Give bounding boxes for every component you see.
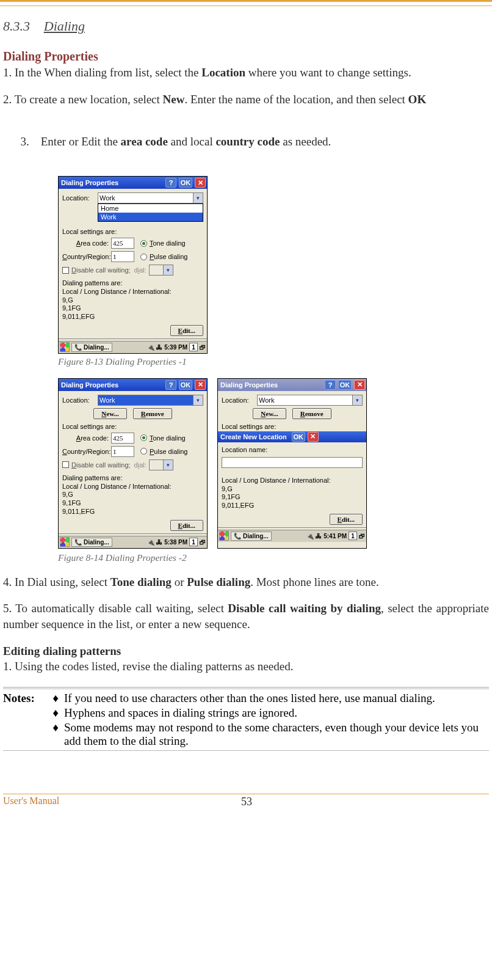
tray-icon[interactable]: 🗗 bbox=[359, 533, 365, 539]
text-bold: Location bbox=[201, 66, 245, 79]
edit-button[interactable]: Edit... bbox=[330, 514, 363, 525]
text-bold: New bbox=[163, 93, 185, 106]
radio-off-icon bbox=[140, 448, 147, 455]
text: 3. Enter or Edit the bbox=[21, 135, 121, 148]
text: 5. To automatically disable call waiting… bbox=[3, 602, 228, 615]
new-button[interactable]: New... bbox=[253, 408, 286, 419]
tray-icon[interactable]: 🖧 bbox=[316, 533, 322, 539]
pattern-line: 9,1FG bbox=[62, 499, 203, 508]
tray-icon[interactable]: 🔌 bbox=[147, 539, 154, 546]
dropdown-option-home[interactable]: Home bbox=[98, 204, 203, 213]
disable-call-waiting-checkbox[interactable] bbox=[62, 267, 69, 274]
text: 2. To create a new location, select bbox=[3, 93, 163, 106]
task-button[interactable]: 📞 Dialing... bbox=[71, 343, 112, 352]
start-icon[interactable] bbox=[60, 537, 70, 547]
help-button[interactable]: ? bbox=[165, 380, 176, 390]
close-button[interactable]: ✕ bbox=[195, 178, 206, 188]
section-number: 8.3.3 bbox=[3, 18, 30, 34]
pattern-line: 9,011,EFG bbox=[222, 502, 363, 510]
tone-dialing-radio[interactable]: Tone dialing bbox=[140, 240, 186, 247]
phone-icon: 📞 bbox=[74, 344, 82, 351]
titlebar[interactable]: Dialing Properties ? OK ✕ bbox=[59, 379, 207, 391]
disable-call-waiting-checkbox[interactable] bbox=[62, 461, 69, 468]
start-icon[interactable] bbox=[219, 531, 229, 541]
tone-dialing-radio[interactable]: Tone dialing bbox=[140, 434, 186, 442]
screenshot-dialing-props-2b: Dialing Properties ? OK ✕ Location: Work… bbox=[217, 378, 367, 549]
location-dropdown[interactable]: Work ▾ bbox=[98, 395, 203, 406]
diamond-bullet-icon: ♦ bbox=[48, 692, 63, 705]
text: and local bbox=[168, 135, 216, 148]
pattern-line: 9,G bbox=[62, 491, 203, 499]
popup-titlebar[interactable]: Create New Location OK ✕ bbox=[218, 431, 366, 442]
footer-doc-title: User's Manual bbox=[3, 795, 59, 808]
pattern-line: 9,011,EFG bbox=[62, 508, 203, 516]
country-code-input[interactable] bbox=[111, 251, 134, 262]
start-icon[interactable] bbox=[60, 342, 70, 352]
titlebar[interactable]: Dialing Properties ? OK ✕ bbox=[59, 177, 207, 189]
ok-button[interactable]: OK bbox=[179, 380, 192, 390]
ok-button[interactable]: OK bbox=[179, 178, 192, 188]
location-dropdown-list[interactable]: Home Work bbox=[98, 203, 203, 222]
close-button[interactable]: ✕ bbox=[195, 380, 206, 390]
titlebar-inactive: Dialing Properties ? OK ✕ bbox=[218, 379, 366, 391]
tray-indicator[interactable]: 1 bbox=[349, 532, 357, 540]
text: . Enter the name of the location, and th… bbox=[184, 93, 408, 106]
tray-icon[interactable]: 🗗 bbox=[200, 539, 206, 546]
figure-caption-1: Figure 8-13 Dialing Properties -1 bbox=[58, 356, 489, 367]
remove-button[interactable]: Remove bbox=[133, 408, 172, 419]
note-text: Hyphens and spaces in dialing strings ar… bbox=[64, 706, 489, 720]
task-label: Dialing... bbox=[84, 344, 109, 351]
screenshot-dialing-props-2a: Dialing Properties ? OK ✕ Location: Work… bbox=[58, 378, 208, 549]
help-button[interactable]: ? bbox=[165, 178, 176, 188]
edit-button[interactable]: Edit... bbox=[170, 520, 203, 531]
taskbar[interactable]: 📞 Dialing... 🔌 🖧 5:38 PM 1 🗗 bbox=[59, 536, 207, 548]
text: . Most phone lines are tone. bbox=[250, 576, 379, 588]
chevron-down-icon[interactable]: ▾ bbox=[352, 395, 362, 405]
chevron-down-icon[interactable]: ▾ bbox=[193, 193, 203, 203]
edit-step-1: 1. Using the codes listed, revise the di… bbox=[3, 659, 489, 675]
text: where you want to change settings. bbox=[245, 66, 411, 79]
tray-icon[interactable]: 🖧 bbox=[156, 539, 162, 546]
edit-button[interactable]: Edit... bbox=[170, 325, 203, 336]
clock: 5:39 PM bbox=[164, 344, 187, 351]
tray-icon[interactable]: 🗗 bbox=[200, 344, 206, 351]
popup-ok-button[interactable]: OK bbox=[292, 432, 305, 442]
note-text: If you need to use characters other than… bbox=[64, 692, 489, 705]
location-dropdown[interactable]: Work ▾ bbox=[257, 395, 363, 406]
step-5: 5. To automatically disable call waiting… bbox=[3, 601, 489, 632]
dropdown-option-work[interactable]: Work bbox=[98, 213, 203, 221]
pulse-dialing-radio[interactable]: Pulse dialing bbox=[140, 448, 187, 455]
area-code-input[interactable] bbox=[111, 433, 134, 444]
tray-icon[interactable]: 🔌 bbox=[147, 344, 154, 351]
patterns-sub: Local / Long Distance / International: bbox=[62, 288, 203, 296]
clock: 5:38 PM bbox=[164, 539, 187, 546]
location-name-input[interactable] bbox=[222, 457, 363, 468]
remove-button[interactable]: Remove bbox=[292, 408, 331, 419]
pulse-dialing-radio[interactable]: Pulse dialing bbox=[140, 253, 187, 260]
new-button[interactable]: New... bbox=[93, 408, 126, 419]
task-button[interactable]: 📞 Dialing... bbox=[231, 532, 272, 541]
window-title: Dialing Properties bbox=[61, 381, 118, 389]
tray-indicator[interactable]: 1 bbox=[189, 538, 198, 546]
location-value: Work bbox=[99, 397, 115, 404]
tray-indicator[interactable]: 1 bbox=[189, 343, 198, 351]
taskbar[interactable]: 📞 Dialing... 🔌 🖧 5:39 PM 1 🗗 bbox=[59, 341, 207, 353]
page-footer: User's Manual 53 bbox=[3, 794, 489, 821]
task-label: Dialing... bbox=[243, 533, 269, 539]
chevron-down-icon[interactable]: ▾ bbox=[193, 395, 203, 405]
phone-icon: 📞 bbox=[74, 539, 82, 546]
area-code-input[interactable] bbox=[111, 238, 134, 249]
task-button[interactable]: 📞 Dialing... bbox=[71, 538, 112, 547]
phone-icon: 📞 bbox=[234, 533, 241, 539]
country-code-input[interactable] bbox=[111, 446, 134, 457]
location-dropdown[interactable]: Work ▾ bbox=[98, 192, 203, 203]
chevron-down-icon: ▾ bbox=[163, 265, 173, 275]
footer-page-number: 53 bbox=[59, 795, 434, 808]
tray-icon[interactable]: 🔌 bbox=[306, 533, 314, 539]
step-2: 2. To create a new location, select New.… bbox=[3, 92, 489, 108]
popup-close-button[interactable]: ✕ bbox=[308, 432, 319, 442]
text: as needed. bbox=[280, 135, 331, 148]
tray-icon[interactable]: 🖧 bbox=[156, 344, 162, 351]
section-title: Dialing bbox=[44, 18, 85, 34]
taskbar[interactable]: 📞 Dialing... 🔌 🖧 5:41 PM 1 🗗 bbox=[218, 530, 366, 542]
